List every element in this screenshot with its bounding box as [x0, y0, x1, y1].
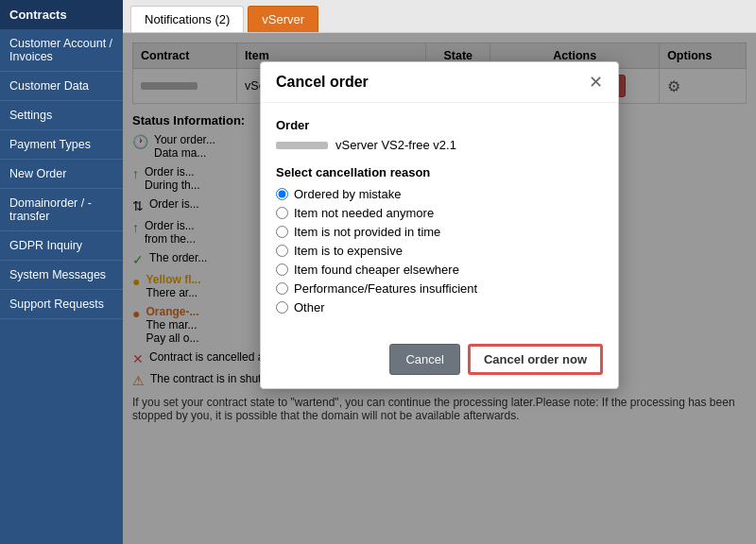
order-section: Order vServer VS2-free v2.1 [276, 118, 603, 152]
order-id-row: vServer VS2-free v2.1 [276, 138, 603, 152]
reason-option-2[interactable]: Item not needed anymore [276, 206, 603, 220]
sidebar-header: Contracts [0, 0, 123, 29]
cancellation-reason-section: Select cancellation reason Ordered by mi… [276, 165, 603, 314]
order-id-bar [276, 142, 328, 149]
sidebar-item-support-requests[interactable]: Support Requests [0, 290, 123, 319]
reason-option-3[interactable]: Item is not provided in time [276, 225, 603, 239]
reason-label-5: Item found cheaper elsewhere [294, 263, 459, 277]
reason-label-4: Item is to expensive [294, 244, 403, 258]
sidebar-item-new-order[interactable]: New Order [0, 160, 123, 189]
reason-option-6[interactable]: Performance/Features insufficient [276, 281, 603, 296]
reason-radio-3[interactable] [276, 226, 288, 238]
tab-vserver[interactable]: vServer [248, 6, 318, 32]
reason-radio-1[interactable] [276, 188, 288, 200]
reason-radio-6[interactable] [276, 282, 288, 295]
modal-title: Cancel order [276, 74, 369, 91]
reason-radio-4[interactable] [276, 245, 288, 257]
reason-radio-7[interactable] [276, 301, 288, 314]
sidebar-item-customer-data[interactable]: Customer Data [0, 72, 123, 101]
reason-option-4[interactable]: Item is to expensive [276, 244, 603, 258]
reason-option-5[interactable]: Item found cheaper elsewhere [276, 263, 603, 277]
modal-header: Cancel order ✕ [261, 62, 618, 103]
sidebar-item-customer-account[interactable]: Customer Account / Invoices [0, 29, 123, 72]
reason-radio-5[interactable] [276, 264, 288, 276]
reason-radio-2[interactable] [276, 207, 288, 219]
modal-footer: Cancel Cancel order now [261, 334, 618, 388]
content-area: Contract Item State Actions Options vSer… [123, 33, 756, 544]
sidebar-item-gdpr[interactable]: GDPR Inquiry [0, 231, 123, 261]
reason-option-1[interactable]: Ordered by mistake [276, 187, 603, 201]
cancel-order-modal: Cancel order ✕ Order vServer VS2-free v2… [260, 61, 619, 389]
confirm-cancel-order-button[interactable]: Cancel order now [468, 344, 603, 375]
reason-label-6: Performance/Features insufficient [294, 281, 477, 296]
tab-notifications[interactable]: Notifications (2) [130, 6, 244, 32]
reason-label-2: Item not needed anymore [294, 206, 434, 220]
tab-bar: Notifications (2) vServer [123, 0, 756, 33]
sidebar-item-payment-types[interactable]: Payment Types [0, 130, 123, 160]
modal-overlay: Cancel order ✕ Order vServer VS2-free v2… [123, 33, 756, 544]
reason-label-1: Ordered by mistake [294, 187, 401, 201]
sidebar: Contracts Customer Account / Invoices Cu… [0, 0, 123, 544]
reason-option-7[interactable]: Other [276, 300, 603, 314]
reason-label-7: Other [294, 300, 325, 314]
sidebar-item-domainorder[interactable]: Domainorder / -transfer [0, 189, 123, 231]
sidebar-item-settings[interactable]: Settings [0, 101, 123, 130]
modal-body: Order vServer VS2-free v2.1 Select cance… [261, 103, 618, 334]
reason-label-3: Item is not provided in time [294, 225, 440, 239]
sidebar-item-system-messages[interactable]: System Messages [0, 261, 123, 290]
order-item-label: vServer VS2-free v2.1 [335, 138, 456, 152]
cancel-button[interactable]: Cancel [389, 344, 459, 375]
modal-close-button[interactable]: ✕ [589, 74, 603, 91]
main-content: Notifications (2) vServer Contract Item … [123, 0, 756, 544]
cancellation-title: Select cancellation reason [276, 165, 603, 179]
order-section-title: Order [276, 118, 603, 132]
